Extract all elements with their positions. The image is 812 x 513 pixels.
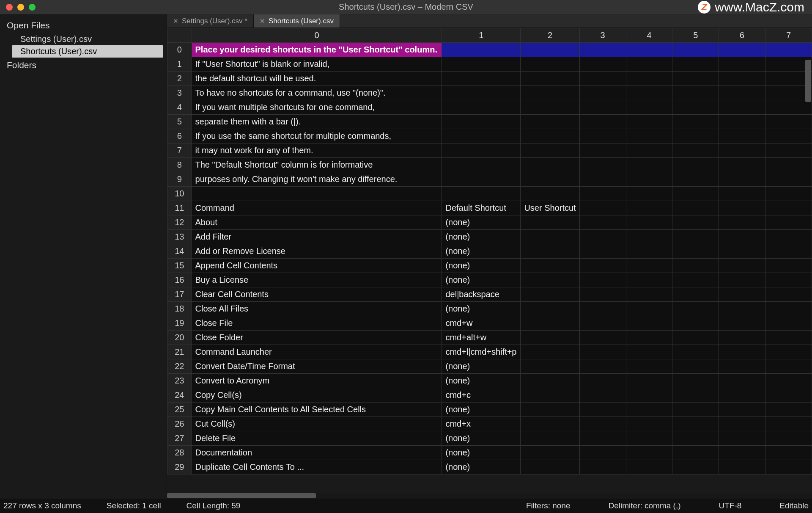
grid-cell[interactable] [521,129,579,143]
grid-cell[interactable]: Copy Cell(s) [192,388,442,403]
grid-cell[interactable]: If "User Shortcut" is blank or invalid, [192,57,442,72]
grid-cell[interactable] [579,57,626,72]
grid-cell[interactable]: (none) [442,374,521,388]
grid-cell[interactable] [765,316,812,331]
row-header[interactable]: 25 [167,403,192,417]
grid-cell[interactable] [579,158,626,172]
grid-cell[interactable] [579,43,626,57]
grid-cell[interactable] [672,403,719,417]
column-header[interactable]: 3 [579,28,626,43]
grid-cell[interactable] [672,43,719,57]
grid-cell[interactable] [442,43,521,57]
grid-cell[interactable] [719,72,765,86]
row-header[interactable]: 19 [167,316,192,331]
grid-cell[interactable]: cmd+alt+w [442,331,521,345]
grid-cell[interactable] [626,259,672,273]
grid-cell[interactable] [521,374,579,388]
grid-cell[interactable] [626,316,672,331]
grid-cell[interactable] [719,201,765,215]
grid-cell[interactable] [765,287,812,302]
close-tab-icon[interactable]: ✕ [260,17,265,25]
row-header[interactable]: 8 [167,158,192,172]
grid-cell[interactable] [626,187,672,201]
grid-cell[interactable] [626,287,672,302]
row-header[interactable]: 22 [167,359,192,374]
grid-cell[interactable] [765,403,812,417]
grid-cell[interactable]: If you use the same shortcut for multipl… [192,129,442,143]
grid-cell[interactable] [719,43,765,57]
grid-cell[interactable] [521,345,579,359]
row-header[interactable]: 17 [167,287,192,302]
row-header[interactable]: 14 [167,244,192,259]
grid-cell[interactable] [765,374,812,388]
grid-cell[interactable] [626,215,672,230]
grid-cell[interactable] [579,143,626,158]
grid-cell[interactable] [579,259,626,273]
grid-cell[interactable] [672,287,719,302]
grid-cell[interactable] [521,359,579,374]
grid-cell[interactable] [626,72,672,86]
row-header[interactable]: 15 [167,259,192,273]
grid-cell[interactable] [626,331,672,345]
grid-cell[interactable] [672,259,719,273]
grid-cell[interactable] [719,100,765,115]
grid-cell[interactable] [672,388,719,403]
grid-cell[interactable] [521,388,579,403]
grid-cell[interactable] [579,86,626,100]
grid-cell[interactable] [765,143,812,158]
grid-cell[interactable] [765,215,812,230]
grid-cell[interactable]: User Shortcut [521,201,579,215]
grid-cell[interactable] [672,359,719,374]
grid-cell[interactable] [579,302,626,316]
grid-cell[interactable] [672,230,719,244]
close-window-button[interactable] [6,4,13,11]
grid-cell[interactable]: separate them with a bar (|). [192,115,442,129]
grid-cell[interactable]: (none) [442,273,521,287]
grid-cell[interactable] [672,201,719,215]
grid-cell[interactable] [672,316,719,331]
grid-cell[interactable] [442,100,521,115]
grid-cell[interactable] [765,388,812,403]
grid-cell[interactable]: (none) [442,446,521,460]
grid-cell[interactable] [719,359,765,374]
grid-cell[interactable] [672,129,719,143]
grid-cell[interactable] [765,273,812,287]
grid-cell[interactable] [719,172,765,187]
sidebar-section-open-files[interactable]: Open Files [0,18,167,33]
grid-cell[interactable] [521,143,579,158]
grid-cell[interactable] [672,86,719,100]
grid-cell[interactable]: Duplicate Cell Contents To ... [192,460,442,474]
grid-cell[interactable] [672,187,719,201]
grid-cell[interactable] [719,273,765,287]
grid-cell[interactable] [626,273,672,287]
grid-wrap[interactable]: 01234567 0Place your desired shortcuts i… [167,28,812,493]
grid-cell[interactable]: About [192,215,442,230]
grid-cell[interactable] [719,115,765,129]
grid-cell[interactable] [442,187,521,201]
grid-cell[interactable] [672,72,719,86]
vertical-scrollbar-thumb[interactable] [805,60,811,102]
grid-cell[interactable] [626,129,672,143]
grid-cell[interactable] [626,359,672,374]
grid-cell[interactable] [765,331,812,345]
grid-cell[interactable] [442,172,521,187]
grid-cell[interactable] [626,302,672,316]
grid-cell[interactable] [521,316,579,331]
row-header[interactable]: 28 [167,446,192,460]
grid-cell[interactable] [579,431,626,446]
grid-cell[interactable]: cmd+c [442,388,521,403]
status-filters[interactable]: Filters: none [526,501,571,510]
grid-cell[interactable]: Command Launcher [192,345,442,359]
column-header[interactable]: 7 [765,28,812,43]
grid-cell[interactable] [719,431,765,446]
grid-cell[interactable] [672,115,719,129]
grid-cell[interactable] [765,129,812,143]
row-header[interactable]: 12 [167,215,192,230]
grid-cell[interactable] [626,374,672,388]
grid-cell[interactable] [521,86,579,100]
grid-cell[interactable] [521,460,579,474]
grid-cell[interactable] [719,345,765,359]
grid-cell[interactable] [521,43,579,57]
row-header[interactable]: 23 [167,374,192,388]
grid-cell[interactable]: cmd+l|cmd+shift+p [442,345,521,359]
